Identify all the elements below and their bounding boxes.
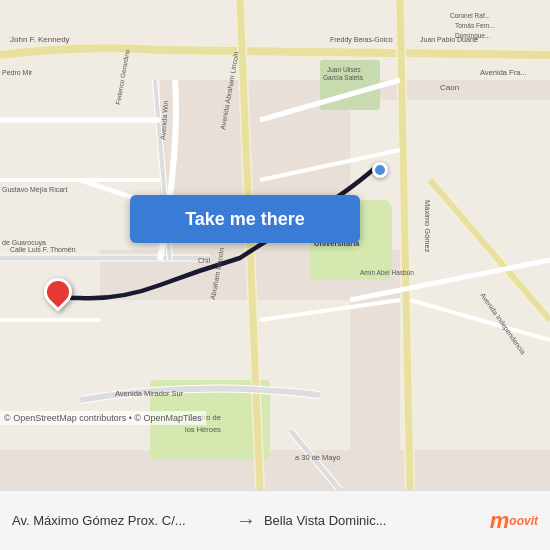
from-location-label: Av. Máximo Gómez Prox. C/... (12, 513, 228, 528)
svg-text:Gustavo Mejía Ricart: Gustavo Mejía Ricart (2, 186, 67, 194)
svg-text:Chil: Chil (198, 257, 211, 264)
svg-rect-9 (400, 250, 550, 450)
origin-marker (372, 162, 388, 178)
svg-text:Máximo Gómez: Máximo Gómez (423, 200, 432, 253)
svg-text:Avenida Fra...: Avenida Fra... (480, 68, 527, 77)
svg-text:Amín Abel Hasbún: Amín Abel Hasbún (360, 269, 414, 276)
svg-text:Avenida Mirador Sur: Avenida Mirador Sur (115, 389, 184, 398)
svg-text:Tomás Fern...: Tomás Fern... (455, 22, 495, 29)
svg-text:Freddy Beras-Goico: Freddy Beras-Goico (330, 36, 393, 44)
svg-text:de Guarocuya: de Guarocuya (2, 239, 46, 247)
to-location: Bella Vista Dominic... (264, 513, 480, 528)
svg-text:Juan Ulises: Juan Ulises (327, 66, 361, 73)
svg-text:a 30 de Mayo: a 30 de Mayo (295, 453, 340, 462)
svg-text:Coronel Raf...: Coronel Raf... (450, 12, 490, 19)
svg-text:Pedro Mir: Pedro Mir (2, 69, 33, 76)
svg-text:García Saleta: García Saleta (323, 74, 363, 81)
map-attribution: © OpenStreetMap contributors • © OpenMap… (0, 411, 206, 425)
moovit-logo: m oovit (490, 508, 538, 534)
moovit-icon: m (490, 508, 510, 534)
to-location-label: Bella Vista Dominic... (264, 513, 480, 528)
moovit-text: oovit (509, 514, 538, 528)
arrow-icon: → (236, 509, 256, 532)
bottom-bar: Av. Máximo Gómez Prox. C/... → Bella Vis… (0, 490, 550, 550)
svg-text:Caon: Caon (440, 83, 459, 92)
take-me-there-button[interactable]: Take me there (130, 195, 360, 243)
svg-text:Domíngue...: Domíngue... (455, 32, 491, 40)
svg-text:John F. Kennedy: John F. Kennedy (10, 35, 70, 44)
map-container: John F. Kennedy Freddy Beras-Goico Juan … (0, 0, 550, 490)
from-location: Av. Máximo Gómez Prox. C/... (12, 513, 228, 528)
destination-marker (44, 278, 72, 306)
svg-text:los Héroes: los Héroes (185, 425, 221, 434)
svg-text:Calle Luis F. Thomén: Calle Luis F. Thomén (10, 246, 76, 253)
